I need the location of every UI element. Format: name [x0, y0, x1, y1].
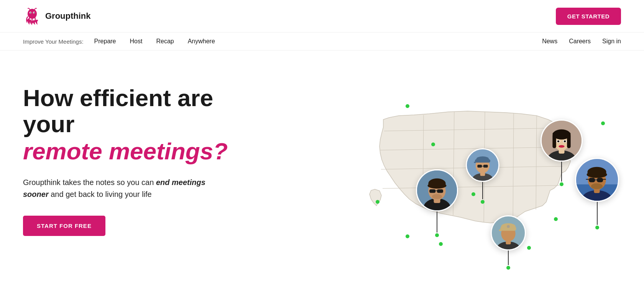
nav-right: News Careers Sign in	[542, 38, 621, 45]
svg-rect-20	[429, 189, 435, 193]
pin-line-3	[561, 162, 562, 182]
nav-link-anywhere[interactable]: Anywhere	[181, 38, 222, 45]
hero-desc-text: Groupthink takes the notes so you can	[23, 178, 156, 187]
svg-point-53	[586, 171, 607, 178]
svg-point-46	[564, 141, 566, 142]
pin-line-4	[597, 202, 598, 225]
avatar-2	[466, 148, 499, 182]
svg-rect-54	[589, 178, 595, 182]
svg-rect-32	[483, 165, 488, 167]
pin-dot-4	[595, 226, 599, 229]
pin-dot-5	[506, 266, 510, 270]
nav-link-recap[interactable]: Recap	[149, 38, 181, 45]
svg-point-67	[507, 225, 509, 228]
avatar-pin-4	[575, 158, 619, 229]
svg-point-45	[557, 141, 560, 142]
avatar-3	[540, 120, 583, 162]
pin-line-5	[508, 251, 509, 265]
nav-link-careers[interactable]: Careers	[569, 38, 591, 45]
hero-map	[353, 81, 621, 280]
pin-line-1	[437, 211, 437, 233]
svg-rect-55	[597, 178, 603, 182]
svg-point-29	[476, 156, 489, 162]
pin-line-2	[482, 182, 483, 199]
hero-desc-text2: and get back to living your life	[49, 190, 152, 198]
avatar-pin-1	[416, 169, 458, 237]
avatar-pin-2	[466, 148, 499, 204]
nav-bar: Improve Your Meetings: Prepare Host Reca…	[0, 33, 644, 51]
pin-dot-3	[560, 182, 564, 186]
map-dot-8	[554, 217, 558, 221]
map-dot-5	[439, 242, 443, 246]
avatar-1	[416, 169, 458, 211]
map-dot-4	[406, 234, 409, 238]
avatar-4	[575, 158, 619, 202]
nav-improve-label: Improve Your Meetings:	[23, 38, 84, 45]
avatar-5	[491, 215, 526, 251]
map-dot-2	[431, 142, 435, 146]
nav-link-host[interactable]: Host	[123, 38, 150, 45]
map-dot-10	[601, 121, 605, 125]
svg-rect-31	[477, 165, 482, 167]
hero-section: How efficient are your remote meetings? …	[0, 51, 644, 296]
svg-point-23	[432, 194, 442, 199]
svg-rect-22	[435, 190, 437, 191]
svg-rect-30	[474, 162, 476, 163]
nav-left: Improve Your Meetings: Prepare Host Reca…	[23, 38, 222, 45]
logo-icon	[23, 7, 41, 25]
nav-link-signin[interactable]: Sign in	[602, 38, 621, 45]
map-dot-7	[527, 246, 531, 250]
pin-dot-1	[435, 233, 439, 237]
svg-point-19	[427, 183, 446, 188]
hero-content: How efficient are your remote meetings? …	[23, 81, 268, 236]
get-started-button[interactable]: GET STARTED	[556, 8, 621, 25]
logo-text: Groupthink	[45, 11, 91, 21]
svg-rect-33	[482, 166, 483, 167]
hero-title-line1: How efficient are your	[23, 85, 213, 137]
hero-title: How efficient are your remote meetings?	[23, 85, 268, 166]
svg-rect-66	[499, 229, 502, 231]
hero-description: Groupthink takes the notes so you can en…	[23, 177, 215, 200]
start-for-free-button[interactable]: START FOR FREE	[23, 216, 105, 236]
svg-point-41	[552, 131, 570, 138]
svg-rect-56	[595, 179, 597, 180]
svg-point-3	[30, 12, 31, 13]
map-dot-3	[376, 200, 380, 204]
map-dot-1	[406, 104, 409, 108]
svg-rect-21	[437, 189, 443, 193]
svg-point-4	[34, 12, 34, 13]
header: Groupthink GET STARTED	[0, 0, 644, 33]
svg-point-42	[559, 145, 564, 148]
logo-link[interactable]: Groupthink	[23, 7, 91, 25]
svg-rect-58	[603, 179, 606, 180]
pin-dot-2	[481, 200, 485, 204]
svg-point-0	[28, 9, 37, 19]
nav-link-news[interactable]: News	[542, 38, 557, 45]
svg-point-59	[591, 183, 603, 189]
svg-rect-57	[586, 179, 589, 180]
hero-title-line2: remote meetings?	[23, 137, 268, 165]
nav-link-prepare[interactable]: Prepare	[87, 38, 123, 45]
avatar-pin-5	[491, 215, 526, 270]
